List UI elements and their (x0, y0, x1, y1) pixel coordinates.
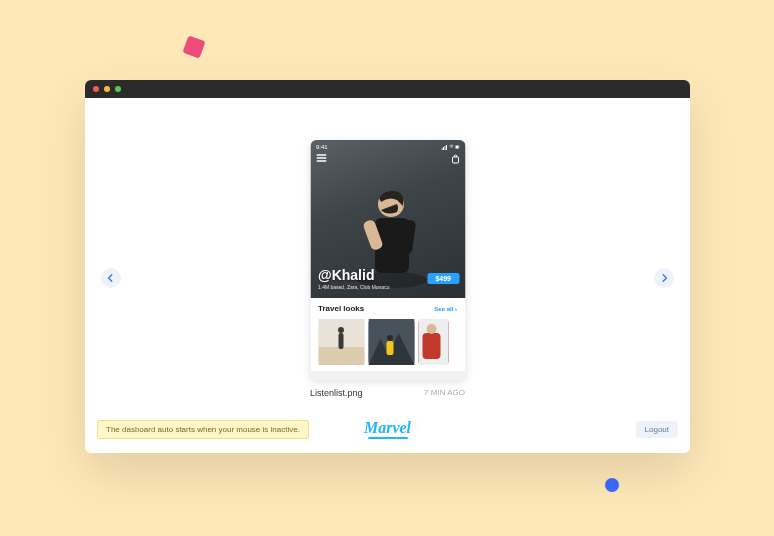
status-bar: 9:41 (316, 144, 459, 151)
status-time: 9:41 (316, 144, 328, 151)
info-toast: The dasboard auto starts when your mouse… (97, 420, 309, 439)
filename-label: Listenlist.png (310, 388, 363, 398)
timestamp-label: 7 MIN AGO (424, 388, 465, 398)
minimize-icon[interactable] (104, 86, 110, 92)
svg-rect-23 (422, 333, 440, 359)
hero-image: 9:41 (310, 140, 465, 298)
svg-point-21 (387, 335, 393, 341)
brand-logo: Marvel (364, 419, 411, 437)
svg-rect-17 (338, 333, 343, 349)
profile-handle: @Khalid (318, 267, 389, 283)
see-all-link[interactable]: See all › (434, 306, 457, 312)
status-icons (441, 144, 459, 151)
browser-content: 9:41 (85, 98, 690, 453)
svg-point-24 (426, 324, 436, 334)
menu-icon[interactable] (316, 154, 326, 162)
chevron-right-icon (660, 274, 668, 282)
svg-rect-5 (456, 146, 459, 148)
chevron-left-icon (107, 274, 115, 282)
browser-window: 9:41 (85, 80, 690, 453)
decoration-shape (182, 35, 205, 58)
price-badge: $499 (427, 273, 459, 284)
logout-button[interactable]: Logout (636, 421, 678, 438)
svg-rect-3 (446, 145, 447, 150)
svg-rect-1 (443, 147, 444, 150)
brand-underline (368, 437, 408, 439)
svg-rect-20 (386, 341, 393, 355)
thumbnail[interactable] (318, 319, 364, 365)
thumbnail[interactable] (418, 319, 448, 365)
window-titlebar (85, 80, 690, 98)
profile-meta: 1.4M based, Zara, Club Monaco (318, 284, 389, 290)
bag-icon[interactable] (451, 154, 459, 164)
preview-card: 9:41 (310, 140, 465, 398)
section-travel-looks: Travel looks See all › (310, 298, 465, 371)
prev-button[interactable] (101, 268, 121, 288)
thumbnail[interactable] (368, 319, 414, 365)
svg-rect-16 (318, 347, 364, 365)
svg-point-18 (338, 327, 344, 333)
phone-mockup[interactable]: 9:41 (310, 140, 465, 380)
svg-rect-2 (444, 146, 445, 150)
next-button[interactable] (654, 268, 674, 288)
section-title: Travel looks (318, 304, 364, 313)
svg-rect-0 (441, 148, 442, 150)
thumbnail-row (318, 319, 457, 365)
decoration-shape (605, 478, 619, 492)
close-icon[interactable] (93, 86, 99, 92)
svg-rect-9 (452, 157, 458, 163)
maximize-icon[interactable] (115, 86, 121, 92)
